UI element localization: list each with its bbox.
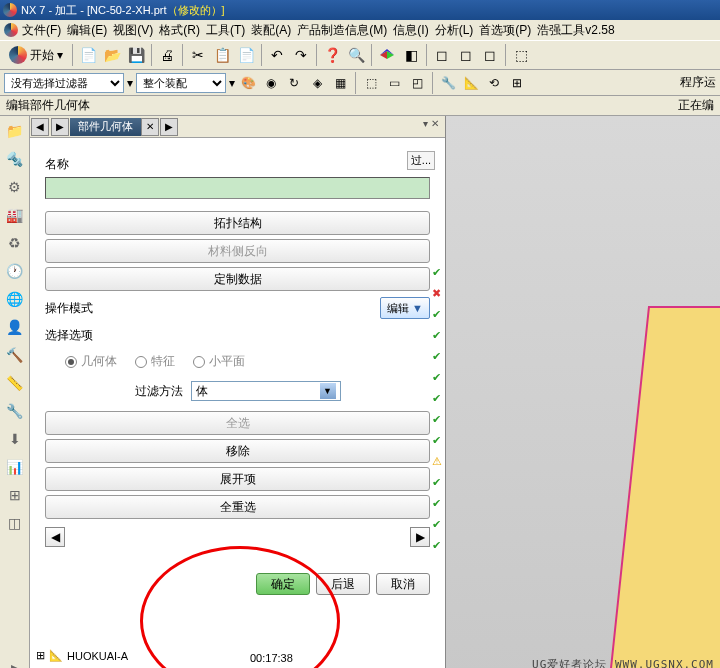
material-side-button[interactable]: 材料侧反向 [45,239,430,263]
left-nav: 📁 🔩 ⚙ 🏭 ♻ 🕐 🌐 👤 🔨 📏 🔧 ⬇ 📊 ⊞ ◫ ▸ [0,116,30,668]
nav-tool1-icon[interactable]: 🔨 [4,344,26,366]
menu-assy[interactable]: 装配(A) [249,21,293,40]
sel-icon-3[interactable]: ↻ [284,73,304,93]
sel-icon-12[interactable]: ⊞ [507,73,527,93]
nav-machining-icon[interactable]: 🏭 [4,204,26,226]
filter-method-value: 体 [196,383,208,400]
nav-tool4-icon[interactable]: ⬇ [4,428,26,450]
save-button[interactable]: 💾 [125,44,147,66]
tree-item-label: HUOKUAI-A [67,650,128,662]
part-geometry-shape[interactable] [604,306,720,668]
nav-part-icon[interactable]: 🔩 [4,148,26,170]
menu-pref[interactable]: 首选项(P) [477,21,533,40]
sel-icon-8[interactable]: ◰ [407,73,427,93]
sel-icon-7[interactable]: ▭ [384,73,404,93]
chevron-down-icon: ▾ [57,48,63,62]
nav-navigator-icon[interactable]: 📁 [4,120,26,142]
tab-next2-button[interactable]: ▶ [160,118,178,136]
watermark: UG爱好者论坛 WWW.UGSNX.COM [532,657,714,668]
scope-select[interactable]: 整个装配 [136,73,226,93]
print-button[interactable]: 🖨 [156,44,178,66]
tab-prev-button[interactable]: ◀ [31,118,49,136]
sel-icon-1[interactable]: 🎨 [238,73,258,93]
sel-icon-10[interactable]: 📐 [461,73,481,93]
radio-geometry[interactable]: 几何体 [65,353,117,370]
edit-mode-button[interactable]: 编辑 ▼ [380,297,430,319]
sel-icon-6[interactable]: ⬚ [361,73,381,93]
tab-next-button[interactable]: ▶ [51,118,69,136]
paste-button[interactable]: 📄 [235,44,257,66]
nav-history-icon[interactable]: 🕐 [4,260,26,282]
start-button[interactable]: 开始 ▾ [4,46,68,64]
cube1-button[interactable]: ◻ [431,44,453,66]
cube2-button[interactable]: ◻ [455,44,477,66]
scope-dropdown-icon[interactable]: ▾ [229,76,235,90]
orient-button[interactable]: ◧ [400,44,422,66]
tab-part-geometry[interactable]: 部件几何体 [70,118,141,136]
filter-hint[interactable]: 过... [407,151,435,170]
menu-tools[interactable]: 工具(T) [204,21,247,40]
selection-filter-select[interactable]: 没有选择过滤器 [4,73,124,93]
cut-button[interactable]: ✂ [187,44,209,66]
checkmark-column: ✔✖✔✔✔✔✔✔✔⚠✔✔✔✔ [432,266,442,552]
nav-tool7-icon[interactable]: ◫ [4,512,26,534]
open-file-button[interactable]: 📂 [101,44,123,66]
cube3-button[interactable]: ◻ [479,44,501,66]
radio-feature[interactable]: 特征 [135,353,175,370]
nav-assembly-icon[interactable]: ⚙ [4,176,26,198]
pin-icon[interactable]: ▾ ✕ [423,118,439,129]
back-button[interactable]: 后退 [316,573,370,595]
menu-edit[interactable]: 编辑(E) [65,21,109,40]
viewport[interactable]: UG爱好者论坛 WWW.UGSNX.COM [445,116,720,668]
redo-button[interactable]: ↷ [290,44,312,66]
new-file-button[interactable]: 📄 [77,44,99,66]
select-all-button[interactable]: 全选 [45,411,430,435]
menu-file[interactable]: 文件(F) [20,21,63,40]
sel-icon-2[interactable]: ◉ [261,73,281,93]
menu-pmi[interactable]: 产品制造信息(M) [295,21,389,40]
ok-button[interactable]: 确定 [256,573,310,595]
tree-expand-icon[interactable]: ⊞ [36,649,45,662]
filter-method-label: 过滤方法 [135,383,183,400]
nav-roles-icon[interactable]: 👤 [4,316,26,338]
sel-icon-11[interactable]: ⟲ [484,73,504,93]
selection-radio-group: 几何体 特征 小平面 [45,348,430,375]
sel-icon-9[interactable]: 🔧 [438,73,458,93]
wcs-button[interactable] [376,44,398,66]
nav-ie-icon[interactable]: 🌐 [4,288,26,310]
custom-data-button[interactable]: 定制数据 [45,267,430,291]
nav-reuse-icon[interactable]: ♻ [4,232,26,254]
tab-close-button[interactable]: ✕ [141,118,159,136]
menu-analysis[interactable]: 分析(L) [433,21,476,40]
name-label: 名称 [45,156,430,173]
remove-button[interactable]: 移除 [45,439,430,463]
sel-icon-4[interactable]: ◈ [307,73,327,93]
help-button[interactable]: ❓ [321,44,343,66]
menu-haoqiang[interactable]: 浩强工具v2.58 [535,21,616,40]
reselect-all-button[interactable]: 全重选 [45,495,430,519]
copy-button[interactable]: 📋 [211,44,233,66]
filter-dropdown-icon[interactable]: ▾ [127,76,133,90]
command-finder-button[interactable]: 🔍 [345,44,367,66]
tree-row[interactable]: ⊞ 📐 HUOKUAI-A [30,647,430,664]
nav-tool3-icon[interactable]: 🔧 [4,400,26,422]
filter-method-select[interactable]: 体 ▼ [191,381,341,401]
sel-icon-5[interactable]: ▦ [330,73,350,93]
topology-button[interactable]: 拓扑结构 [45,211,430,235]
csys-button[interactable]: ⬚ [510,44,532,66]
undo-button[interactable]: ↶ [266,44,288,66]
nav-collapse-icon[interactable]: ▸ [4,656,26,668]
name-input[interactable] [45,177,430,199]
prev-arrow-button[interactable]: ◀ [45,527,65,547]
nav-tool2-icon[interactable]: 📏 [4,372,26,394]
next-arrow-button[interactable]: ▶ [410,527,430,547]
expand-item-button[interactable]: 展开项 [45,467,430,491]
nav-tool5-icon[interactable]: 📊 [4,456,26,478]
menu-format[interactable]: 格式(R) [157,21,202,40]
menu-info[interactable]: 信息(I) [391,21,430,40]
menu-view[interactable]: 视图(V) [111,21,155,40]
radio-facet[interactable]: 小平面 [193,353,245,370]
start-label: 开始 [30,47,54,64]
cancel-button[interactable]: 取消 [376,573,430,595]
nav-tool6-icon[interactable]: ⊞ [4,484,26,506]
